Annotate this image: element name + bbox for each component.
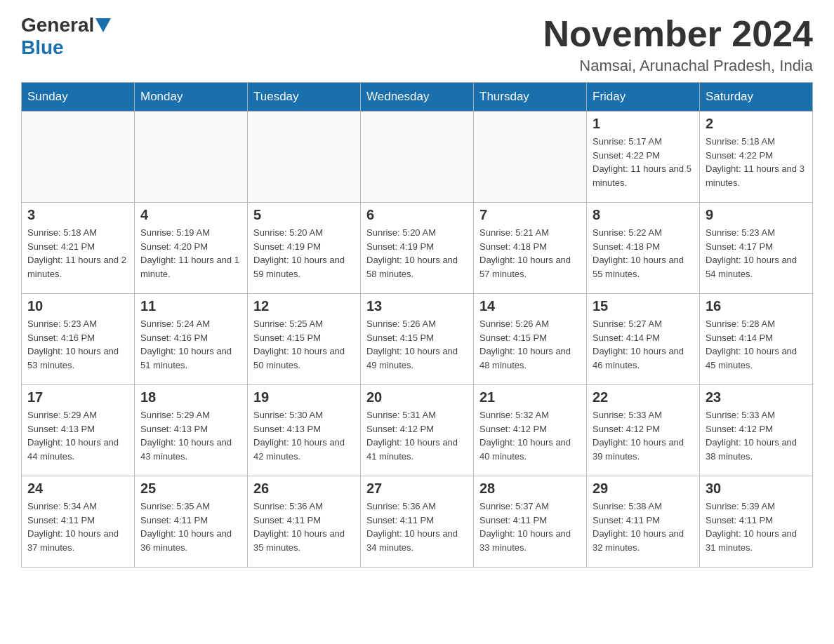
day-number: 9 [706, 207, 807, 223]
day-number: 17 [27, 389, 128, 405]
day-info: Sunrise: 5:21 AMSunset: 4:18 PMDaylight:… [479, 226, 581, 281]
day-info: Sunrise: 5:22 AMSunset: 4:18 PMDaylight:… [593, 226, 694, 281]
day-info: Sunrise: 5:38 AMSunset: 4:11 PMDaylight:… [593, 499, 694, 554]
day-number: 30 [706, 481, 807, 497]
day-number: 26 [253, 481, 355, 497]
calendar-cell: 24Sunrise: 5:34 AMSunset: 4:11 PMDayligh… [22, 476, 135, 568]
day-info: Sunrise: 5:23 AMSunset: 4:17 PMDaylight:… [706, 226, 807, 281]
day-info: Sunrise: 5:36 AMSunset: 4:11 PMDaylight:… [253, 499, 355, 554]
day-info: Sunrise: 5:17 AMSunset: 4:22 PMDaylight:… [593, 135, 694, 189]
day-number: 16 [706, 298, 807, 314]
day-info: Sunrise: 5:34 AMSunset: 4:11 PMDaylight:… [27, 499, 128, 554]
day-info: Sunrise: 5:29 AMSunset: 4:13 PMDaylight:… [27, 408, 128, 463]
day-number: 21 [479, 389, 581, 405]
calendar-cell [361, 112, 474, 203]
logo-triangle-icon [95, 18, 111, 34]
week-row-2: 3Sunrise: 5:18 AMSunset: 4:21 PMDaylight… [22, 203, 813, 294]
day-number: 13 [366, 298, 468, 314]
day-info: Sunrise: 5:33 AMSunset: 4:12 PMDaylight:… [593, 408, 694, 463]
day-number: 1 [593, 116, 694, 132]
day-of-week-friday: Friday [587, 83, 700, 112]
days-of-week-row: SundayMondayTuesdayWednesdayThursdayFrid… [22, 83, 813, 112]
calendar-cell: 25Sunrise: 5:35 AMSunset: 4:11 PMDayligh… [135, 476, 248, 568]
month-title: November 2024 [543, 14, 813, 54]
day-info: Sunrise: 5:36 AMSunset: 4:11 PMDaylight:… [366, 499, 468, 554]
week-row-5: 24Sunrise: 5:34 AMSunset: 4:11 PMDayligh… [22, 476, 813, 568]
calendar-cell: 18Sunrise: 5:29 AMSunset: 4:13 PMDayligh… [135, 385, 248, 476]
day-number: 7 [479, 207, 581, 223]
day-number: 4 [140, 207, 241, 223]
day-number: 28 [479, 481, 581, 497]
day-number: 3 [27, 207, 128, 223]
day-info: Sunrise: 5:24 AMSunset: 4:16 PMDaylight:… [140, 317, 241, 372]
day-of-week-monday: Monday [135, 83, 248, 112]
calendar-cell: 17Sunrise: 5:29 AMSunset: 4:13 PMDayligh… [22, 385, 135, 476]
day-number: 5 [253, 207, 355, 223]
day-number: 15 [593, 298, 694, 314]
day-number: 2 [706, 116, 807, 132]
day-number: 6 [366, 207, 468, 223]
calendar-cell [135, 112, 248, 203]
week-row-3: 10Sunrise: 5:23 AMSunset: 4:16 PMDayligh… [22, 294, 813, 385]
calendar-cell: 15Sunrise: 5:27 AMSunset: 4:14 PMDayligh… [587, 294, 700, 385]
day-info: Sunrise: 5:18 AMSunset: 4:21 PMDaylight:… [27, 226, 128, 281]
calendar-cell: 26Sunrise: 5:36 AMSunset: 4:11 PMDayligh… [248, 476, 361, 568]
calendar-cell: 30Sunrise: 5:39 AMSunset: 4:11 PMDayligh… [700, 476, 813, 568]
page-header: General Blue November 2024 Namsai, Aruna… [21, 14, 813, 75]
calendar-table: SundayMondayTuesdayWednesdayThursdayFrid… [21, 82, 813, 568]
day-number: 20 [366, 389, 468, 405]
calendar-cell: 19Sunrise: 5:30 AMSunset: 4:13 PMDayligh… [248, 385, 361, 476]
calendar-cell: 8Sunrise: 5:22 AMSunset: 4:18 PMDaylight… [587, 203, 700, 294]
day-number: 23 [706, 389, 807, 405]
day-info: Sunrise: 5:26 AMSunset: 4:15 PMDaylight:… [479, 317, 581, 372]
day-info: Sunrise: 5:23 AMSunset: 4:16 PMDaylight:… [27, 317, 128, 372]
day-number: 12 [253, 298, 355, 314]
day-info: Sunrise: 5:25 AMSunset: 4:15 PMDaylight:… [253, 317, 355, 372]
day-number: 25 [140, 481, 241, 497]
week-row-1: 1Sunrise: 5:17 AMSunset: 4:22 PMDaylight… [22, 112, 813, 203]
calendar-cell: 22Sunrise: 5:33 AMSunset: 4:12 PMDayligh… [587, 385, 700, 476]
day-info: Sunrise: 5:20 AMSunset: 4:19 PMDaylight:… [366, 226, 468, 281]
day-number: 29 [593, 481, 694, 497]
day-info: Sunrise: 5:32 AMSunset: 4:12 PMDaylight:… [479, 408, 581, 463]
calendar-cell: 11Sunrise: 5:24 AMSunset: 4:16 PMDayligh… [135, 294, 248, 385]
calendar-cell: 10Sunrise: 5:23 AMSunset: 4:16 PMDayligh… [22, 294, 135, 385]
day-number: 11 [140, 298, 241, 314]
calendar-cell: 2Sunrise: 5:18 AMSunset: 4:22 PMDaylight… [700, 112, 813, 203]
calendar-cell [22, 112, 135, 203]
logo-general-text: General [21, 14, 94, 36]
calendar-cell: 28Sunrise: 5:37 AMSunset: 4:11 PMDayligh… [474, 476, 587, 568]
calendar-cell: 14Sunrise: 5:26 AMSunset: 4:15 PMDayligh… [474, 294, 587, 385]
calendar-cell [248, 112, 361, 203]
calendar-cell: 4Sunrise: 5:19 AMSunset: 4:20 PMDaylight… [135, 203, 248, 294]
day-of-week-saturday: Saturday [700, 83, 813, 112]
day-info: Sunrise: 5:26 AMSunset: 4:15 PMDaylight:… [366, 317, 468, 372]
day-info: Sunrise: 5:39 AMSunset: 4:11 PMDaylight:… [706, 499, 807, 554]
logo: General Blue [21, 14, 111, 59]
day-number: 18 [140, 389, 241, 405]
day-number: 24 [27, 481, 128, 497]
day-info: Sunrise: 5:18 AMSunset: 4:22 PMDaylight:… [706, 135, 807, 189]
day-of-week-sunday: Sunday [22, 83, 135, 112]
calendar-header: SundayMondayTuesdayWednesdayThursdayFrid… [22, 83, 813, 112]
day-number: 22 [593, 389, 694, 405]
logo-blue-text: Blue [21, 36, 64, 58]
calendar-cell: 12Sunrise: 5:25 AMSunset: 4:15 PMDayligh… [248, 294, 361, 385]
day-info: Sunrise: 5:29 AMSunset: 4:13 PMDaylight:… [140, 408, 241, 463]
calendar-cell: 1Sunrise: 5:17 AMSunset: 4:22 PMDaylight… [587, 112, 700, 203]
calendar-cell: 13Sunrise: 5:26 AMSunset: 4:15 PMDayligh… [361, 294, 474, 385]
calendar-cell: 27Sunrise: 5:36 AMSunset: 4:11 PMDayligh… [361, 476, 474, 568]
day-info: Sunrise: 5:19 AMSunset: 4:20 PMDaylight:… [140, 226, 241, 281]
day-info: Sunrise: 5:37 AMSunset: 4:11 PMDaylight:… [479, 499, 581, 554]
day-info: Sunrise: 5:27 AMSunset: 4:14 PMDaylight:… [593, 317, 694, 372]
calendar-cell: 20Sunrise: 5:31 AMSunset: 4:12 PMDayligh… [361, 385, 474, 476]
day-info: Sunrise: 5:35 AMSunset: 4:11 PMDaylight:… [140, 499, 241, 554]
day-number: 8 [593, 207, 694, 223]
calendar-cell: 7Sunrise: 5:21 AMSunset: 4:18 PMDaylight… [474, 203, 587, 294]
calendar-cell: 29Sunrise: 5:38 AMSunset: 4:11 PMDayligh… [587, 476, 700, 568]
calendar-cell: 16Sunrise: 5:28 AMSunset: 4:14 PMDayligh… [700, 294, 813, 385]
day-number: 10 [27, 298, 128, 314]
calendar-cell: 21Sunrise: 5:32 AMSunset: 4:12 PMDayligh… [474, 385, 587, 476]
calendar-body: 1Sunrise: 5:17 AMSunset: 4:22 PMDaylight… [22, 112, 813, 568]
day-number: 19 [253, 389, 355, 405]
